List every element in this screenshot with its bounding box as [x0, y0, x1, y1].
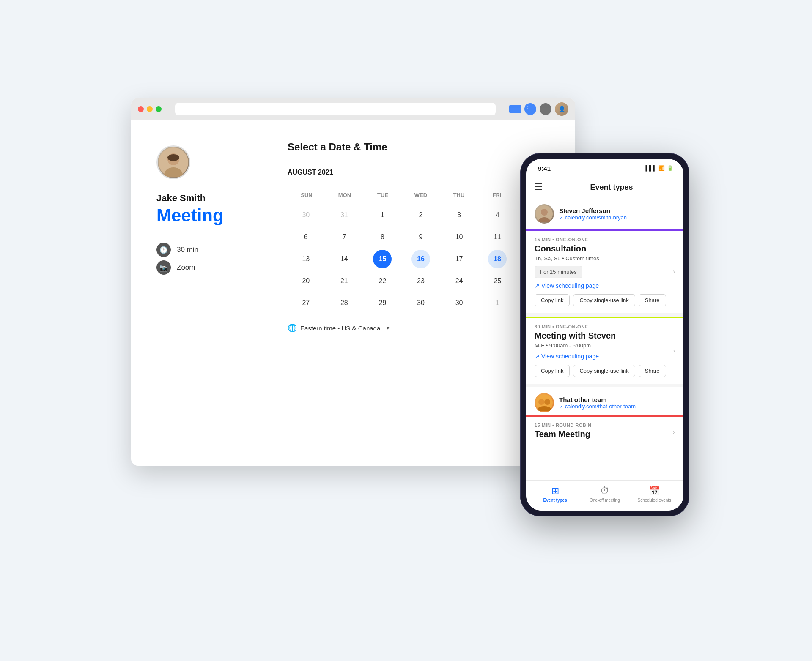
share-btn-1[interactable]: Share [639, 294, 666, 306]
view-link-arrow-2: ↗ [535, 353, 540, 360]
team-profile-row: That other team ↗ calendly.com/that-othe… [526, 387, 683, 415]
cal-day-6[interactable]: 6 [288, 227, 324, 247]
cal-day-16[interactable]: 16 [411, 250, 430, 268]
day-mon: MON [326, 189, 364, 201]
cal-day-11[interactable]: 11 [479, 227, 516, 247]
team-profile-info: That other team ↗ calendly.com/that-othe… [559, 396, 636, 410]
cal-day-23[interactable]: 23 [403, 271, 439, 291]
consultation-view-link[interactable]: ↗ View scheduling page [535, 282, 675, 289]
wifi-icon: 📶 [658, 165, 665, 171]
copy-single-use-btn-2[interactable]: Copy single-use link [573, 365, 635, 377]
cal-day-24[interactable]: 24 [441, 271, 477, 291]
timezone-row[interactable]: 🌐 Eastern time - US & Canada ▼ [288, 323, 554, 333]
duration-detail: 🕐 30 min [156, 243, 258, 257]
day-fri: FRI [478, 189, 516, 201]
view-link-arrow-1: ↗ [535, 282, 540, 289]
month-label: AUGUST 2021 [288, 169, 527, 176]
timezone-dropdown-arrow[interactable]: ▼ [385, 325, 390, 331]
meeting-steven-actions: Copy link Copy single-use link Share [535, 365, 675, 377]
steven-profile-info: Steven Jefferson ↗ calendly.com/smith-br… [559, 207, 627, 221]
cal-day-1[interactable]: 1 [364, 205, 401, 225]
scheduled-events-icon: 📅 [649, 486, 660, 497]
minimize-button[interactable] [147, 106, 153, 112]
cal-day-7[interactable]: 7 [326, 227, 363, 247]
meeting-steven-view-link[interactable]: ↗ View scheduling page [535, 353, 675, 360]
globe-icon: 🌐 [288, 323, 297, 333]
cal-day-4[interactable]: 4 [479, 205, 516, 225]
video-detail: 📷 Zoom [156, 260, 258, 275]
share-btn-2[interactable]: Share [639, 365, 666, 377]
cal-day-15[interactable]: 15 [373, 250, 392, 268]
phone-topbar: ☰ Event types [526, 178, 683, 198]
cal-day-29[interactable]: 29 [364, 293, 401, 313]
section-divider-2 [526, 384, 683, 387]
consultation-badge: For 15 minutes [535, 266, 582, 278]
day-wed: WED [402, 189, 440, 201]
team-name: That other team [559, 396, 636, 403]
steven-link[interactable]: ↗ calendly.com/smith-bryan [559, 214, 627, 221]
cal-day-9[interactable]: 9 [403, 227, 439, 247]
cal-day-17[interactable]: 17 [441, 249, 477, 269]
cal-day-8[interactable]: 8 [364, 227, 401, 247]
team-meeting-name: Team Meeting [535, 429, 675, 439]
meeting-steven-card[interactable]: 30 MIN • ONE-ON-ONE Meeting with Steven … [526, 317, 683, 383]
consultation-schedule: Th, Sa, Su • Custom times [535, 255, 675, 262]
calendly-icon[interactable]: C [524, 103, 536, 115]
cal-day-31-dup[interactable]: 30 [441, 293, 477, 313]
consultation-card[interactable]: 15 MIN • ONE-ON-ONE Consultation Th, Sa,… [526, 229, 683, 312]
day-sun: SUN [288, 189, 326, 201]
cal-day-10[interactable]: 10 [441, 227, 477, 247]
copy-link-btn-2[interactable]: Copy link [535, 365, 570, 377]
nav-one-off-meeting[interactable]: ⏱ One-off meeting [580, 486, 629, 503]
user-avatar-browser[interactable]: 👤 [555, 102, 568, 116]
one-off-meeting-icon: ⏱ [600, 486, 609, 497]
cal-day-20[interactable]: 20 [288, 271, 324, 291]
extension-btn-1[interactable] [509, 105, 521, 113]
steven-name: Steven Jefferson [559, 207, 627, 214]
cal-day-1-next[interactable]: 1 [479, 293, 516, 313]
cal-day-18[interactable]: 18 [488, 250, 507, 268]
copy-single-use-btn-1[interactable]: Copy single-use link [573, 294, 635, 306]
browser-window: C 👤 [131, 98, 575, 466]
browser-toolbar: C 👤 [131, 98, 575, 120]
extension-btn-2[interactable] [540, 103, 551, 115]
cal-day-30-prev[interactable]: 30 [288, 205, 324, 225]
cal-day-3[interactable]: 3 [441, 205, 477, 225]
team-meeting-meta: 15 MIN • ROUND ROBIN [535, 423, 675, 428]
cal-day-27[interactable]: 27 [288, 293, 324, 313]
cal-day-22[interactable]: 22 [364, 271, 401, 291]
hamburger-icon[interactable]: ☰ [535, 182, 543, 193]
maximize-button[interactable] [156, 106, 162, 112]
svg-point-11 [538, 399, 544, 405]
team-link[interactable]: ↗ calendly.com/that-other-team [559, 403, 636, 410]
status-icons: ▌▌▌ 📶 🔋 [645, 165, 673, 171]
cal-day-31-prev[interactable]: 31 [326, 205, 363, 225]
team-avatar [535, 393, 554, 412]
nav-event-types[interactable]: ⊞ Event types [530, 486, 580, 503]
svg-point-12 [544, 399, 550, 405]
svg-text:C: C [527, 105, 529, 110]
card-chevron-3: › [673, 428, 675, 436]
cal-day-28[interactable]: 28 [326, 293, 363, 313]
cal-day-30[interactable]: 30 [403, 293, 439, 313]
copy-link-btn-1[interactable]: Copy link [535, 294, 570, 306]
cal-day-13[interactable]: 13 [288, 249, 324, 269]
calendar-heading: Select a Date & Time [288, 141, 554, 153]
calendar-header: AUGUST 2021 ‹ › [288, 166, 554, 179]
cal-day-2[interactable]: 2 [403, 205, 439, 225]
consultation-meta: 15 MIN • ONE-ON-ONE [535, 237, 675, 242]
close-button[interactable] [138, 106, 144, 112]
status-time: 9:41 [538, 165, 551, 172]
address-bar[interactable] [175, 103, 496, 115]
nav-scheduled-events[interactable]: 📅 Scheduled events [630, 486, 679, 503]
team-link-arrow-icon: ↗ [559, 404, 562, 409]
team-meeting-card[interactable]: 15 MIN • ROUND ROBIN Team Meeting › [526, 415, 683, 447]
cal-day-21[interactable]: 21 [326, 271, 363, 291]
phone-shell: 9:41 ▌▌▌ 📶 🔋 ☰ Event types [520, 153, 689, 516]
cal-day-25[interactable]: 25 [479, 271, 516, 291]
calendar-grid: SUN MON TUE WED THU FRI SAT 30 31 1 2 [288, 189, 554, 313]
duration-text: 30 min [177, 246, 198, 254]
cal-day-14[interactable]: 14 [326, 249, 363, 269]
day-headers: SUN MON TUE WED THU FRI SAT [288, 189, 554, 201]
day-thu: THU [440, 189, 478, 201]
